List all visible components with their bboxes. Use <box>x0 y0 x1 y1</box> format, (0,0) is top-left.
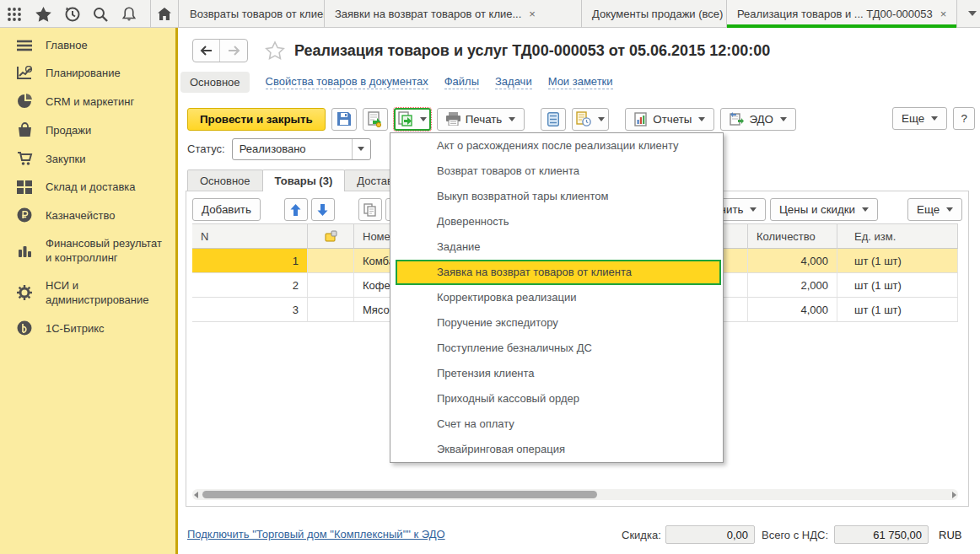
sidebar-item-bitrix[interactable]: 1С-Битрикс <box>0 314 175 342</box>
create-based-on-menu: Акт о расхождениях после реализации клие… <box>390 132 724 463</box>
sidebar-item-purchasing[interactable]: Закупки <box>0 144 175 173</box>
row-number: 2 <box>192 273 308 298</box>
sidebar-item-planning[interactable]: Планирование <box>0 59 175 87</box>
edo-label: ЭДО <box>749 113 773 126</box>
tab-main[interactable]: Основное <box>187 169 263 191</box>
menu-item-cash-receipt-order[interactable]: Приходный кассовый ордер <box>390 386 723 411</box>
ruble-coin-icon <box>16 207 33 223</box>
sidebar-item-finance[interactable]: Финансовый результат и контроллинг <box>0 229 173 272</box>
menu-item-sales-correction[interactable]: Корректировка реализации <box>390 285 723 310</box>
help-label: ? <box>961 112 967 125</box>
sidebar-item-label: НСИ и администрирование <box>46 278 168 307</box>
bell-icon <box>121 6 137 22</box>
nav-main-chip[interactable]: Основное <box>180 72 250 93</box>
chevron-down-icon <box>598 117 605 121</box>
sidebar-item-label: Продажи <box>46 123 91 137</box>
row-reserve-cell <box>308 273 354 298</box>
sidebar-item-main[interactable]: Главное <box>0 31 175 59</box>
tab-overflow-chevron-icon[interactable] <box>968 11 977 16</box>
home-tab[interactable] <box>150 0 179 28</box>
create-based-on-button[interactable] <box>394 108 431 131</box>
sidebar-item-warehouse[interactable]: Склад и доставка <box>0 173 175 201</box>
back-button[interactable] <box>193 40 220 62</box>
nav-link-notes[interactable]: Мои заметки <box>548 75 613 89</box>
edo-exchange-icon <box>730 112 744 126</box>
reports-button[interactable]: Отчеты <box>625 108 714 131</box>
menu-item-discrepancy-act[interactable]: Акт о расхождениях после реализации клие… <box>390 133 723 159</box>
menu-item-power-of-attorney[interactable]: Доверенность <box>390 209 723 234</box>
menu-item-goods-return[interactable]: Возврат товаров от клиента <box>390 159 723 184</box>
star-icon <box>35 7 51 22</box>
search-button[interactable] <box>86 0 115 28</box>
close-icon[interactable]: × <box>940 8 947 19</box>
scrollbar-thumb[interactable] <box>202 491 597 498</box>
table-more-button[interactable]: Еще <box>907 198 962 221</box>
history-button[interactable] <box>57 0 86 28</box>
scroll-right-icon[interactable] <box>952 492 956 498</box>
column-header-quantity[interactable]: Количество <box>748 223 837 249</box>
star-outline-icon <box>265 40 285 60</box>
column-header-unit[interactable]: Ед. изм. <box>837 223 958 249</box>
menu-item-client-claim[interactable]: Претензия клиента <box>390 361 723 386</box>
column-header-reserve[interactable] <box>308 223 354 249</box>
window-tab-returns[interactable]: Возвраты товаров от клиентов × <box>180 0 325 28</box>
notifications-button[interactable] <box>115 0 143 28</box>
lock-icon <box>325 230 337 242</box>
window-tab-sales-documents[interactable]: Документы продажи (все) × <box>582 0 727 28</box>
status-combobox[interactable]: Реализовано <box>232 138 371 160</box>
column-header-n[interactable]: N <box>192 223 308 249</box>
menu-item-acquiring-operation[interactable]: Эквайринговая операция <box>390 437 723 462</box>
print-button[interactable]: Печать <box>437 108 525 131</box>
connect-edo-link[interactable]: Подключить "Торговый дом "Комплексный"" … <box>187 528 445 541</box>
nav-link-files[interactable]: Файлы <box>444 75 479 89</box>
horizontal-scrollbar[interactable] <box>192 489 958 500</box>
tab-goods[interactable]: Товары (3) <box>262 169 346 191</box>
document-structure-button[interactable] <box>541 108 566 131</box>
scroll-left-icon[interactable] <box>194 492 198 498</box>
save-button[interactable] <box>331 108 357 131</box>
window-tab-return-requests[interactable]: Заявки на возврат товаров от клие... × <box>325 0 582 28</box>
menu-item-forwarder-order[interactable]: Поручение экспедитору <box>390 310 723 336</box>
edo-button[interactable]: ЭДО <box>720 108 796 131</box>
more-button[interactable]: Еще <box>892 107 947 130</box>
document-clock-icon <box>576 111 591 126</box>
menu-item-return-request[interactable]: Заявка на возврат товаров от клиента <box>396 260 721 285</box>
sidebar-item-crm[interactable]: CRM и маркетинг <box>0 87 175 116</box>
sidebar-item-sales[interactable]: Продажи <box>0 116 175 144</box>
combo-dropdown-button[interactable] <box>352 139 370 159</box>
favorites-button[interactable] <box>29 0 57 28</box>
window-tab-sales-active[interactable]: Реализация товаров и ... ТД00-000053 × <box>727 0 957 28</box>
move-row-up-button[interactable] <box>284 198 308 221</box>
add-row-button[interactable]: Добавить <box>192 198 261 221</box>
move-row-down-button[interactable] <box>311 198 335 221</box>
chevron-down-icon <box>509 117 515 121</box>
history-nav-group <box>192 39 248 62</box>
help-button[interactable]: ? <box>953 107 975 130</box>
main-menu-button[interactable] <box>0 0 29 28</box>
menu-item-returnable-packaging[interactable]: Выкуп возвратной тары клиентом <box>390 184 723 209</box>
row-quantity: 4,000 <box>748 249 837 273</box>
reminders-button[interactable] <box>572 108 609 131</box>
sidebar-item-treasury[interactable]: Казначейство <box>0 201 175 229</box>
sidebar-item-nsi-admin[interactable]: НСИ и администрирование <box>0 272 173 314</box>
warehouse-grid-icon <box>16 180 33 194</box>
post-document-button[interactable] <box>363 108 388 131</box>
copy-icon <box>363 203 376 217</box>
nav-link-item-properties[interactable]: Свойства товаров в документах <box>266 75 428 89</box>
shopping-bag-icon <box>16 122 33 137</box>
menu-item-cashless-receipt[interactable]: Поступление безналичных ДС <box>390 336 723 361</box>
app-window: Возвраты товаров от клиентов × Заявки на… <box>0 0 980 554</box>
bar-chart-icon <box>16 244 33 257</box>
post-and-close-button[interactable]: Провести и закрыть <box>187 108 326 131</box>
grid-menu-icon <box>7 7 22 22</box>
close-icon[interactable]: × <box>529 8 536 19</box>
forward-button[interactable] <box>220 40 247 62</box>
sidebar-item-label: 1С-Битрикс <box>46 321 105 336</box>
copy-row-button[interactable] <box>358 198 382 221</box>
nav-link-tasks[interactable]: Задачи <box>495 75 532 89</box>
favorite-star-button[interactable] <box>265 40 285 60</box>
menu-item-invoice[interactable]: Счет на оплату <box>390 411 723 437</box>
menu-item-task[interactable]: Задание <box>390 234 723 260</box>
prices-discounts-button[interactable]: Цены и скидки <box>770 198 878 221</box>
sidebar-item-label: Планирование <box>46 66 121 80</box>
